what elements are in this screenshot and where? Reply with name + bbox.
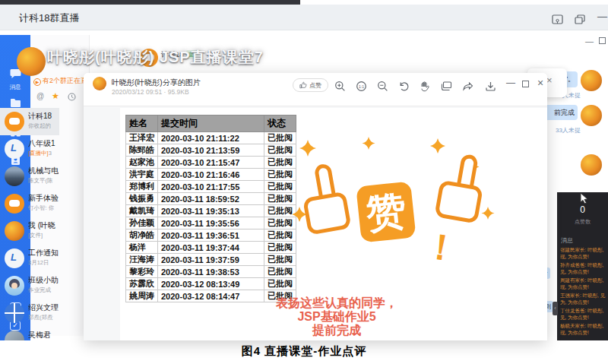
chat-subtitle: 钉小智: 你 <box>28 204 59 212</box>
chat-list-filters: @ ★ <box>30 90 90 106</box>
cell-time: 2020-03-11 19:37:44 <box>158 242 264 254</box>
viewer-close-icon[interactable]: × <box>537 77 543 89</box>
restore-window-icon[interactable] <box>575 14 586 24</box>
chat-subtitle: 作业完成 <box>28 286 59 294</box>
live-chat-message: 王强家长: 叶晓彤, 见为, 为你点赞! <box>560 293 606 305</box>
chat-minimize-icon[interactable]: — <box>585 36 594 46</box>
original-size-icon[interactable]: 1:1 <box>356 81 367 92</box>
praise-line: JSP基础作业5 <box>211 310 462 324</box>
table-row: 陈郅皓2020-03-10 21:13:59已批阅 <box>126 144 296 157</box>
chat-title: 绍兴文理 <box>28 302 59 313</box>
cell-name: 苏霹欣 <box>126 278 158 290</box>
live-message-list: 张建民家长: 叶晓彤, 现, 为你点赞!孙齐成爸爸: 叶晓彤, 见, 为你点赞!… <box>560 247 606 338</box>
live-window-title: 计科18群直播 <box>19 11 79 25</box>
chat-avatar <box>5 303 24 323</box>
pin-window-icon[interactable] <box>552 14 563 24</box>
cell-status: 已批阅 <box>264 278 296 290</box>
chat-avatar <box>5 112 24 131</box>
cell-time: 2020-03-10 21:13:59 <box>158 144 264 157</box>
cell-name: 赵家池 <box>126 157 158 169</box>
chat-title: 工作通知 <box>28 248 59 258</box>
cell-name: 黎彩玲 <box>126 266 158 278</box>
mouse-cursor <box>580 192 589 204</box>
table-row: 汪海涛2020-03-11 19:37:59已批阅 <box>126 254 296 266</box>
close-icon[interactable]: × <box>546 74 553 86</box>
chat-list-item[interactable]: 吴梅君 <box>0 327 59 340</box>
chat-list-item[interactable]: 我 (叶晓[文件] <box>0 217 59 245</box>
like-button[interactable]: 点赞 <box>293 78 328 92</box>
chat-title: 新手体验 <box>28 193 59 204</box>
download-icon[interactable] <box>485 81 496 92</box>
chat-avatar <box>5 221 24 241</box>
like-count-label: 点赞数 <box>557 218 608 226</box>
chat-title: 计科18 <box>28 111 59 122</box>
chat-subtitle: [文件] <box>28 232 59 239</box>
live-notice-bar[interactable]: ▶有2个群正在直 <box>33 76 87 86</box>
viewer-maximize-icon[interactable] <box>522 81 529 87</box>
thumbs-up-sticker: 赞 ！ <box>289 137 502 270</box>
cell-time: 2020-03-11 19:36:51 <box>158 229 264 242</box>
live-stats-panel: 0 点赞数 消息 张建民家长: 叶晓彤, 现, 为你点赞!孙齐成爸爸: 叶晓彤,… <box>557 192 608 340</box>
chat-avatar <box>5 331 24 340</box>
homework-table: 姓名 提交时间 状态 王泽宏2020-03-10 21:11:22已批阅陈郅皓2… <box>125 115 296 302</box>
rotate-icon[interactable] <box>398 81 410 92</box>
live-window-titlebar: 计科18群直播 — <box>0 5 608 30</box>
viewer-minimize-icon[interactable]: — <box>506 78 515 88</box>
col-status: 状态 <box>264 116 296 132</box>
sender-avatar[interactable] <box>93 77 106 90</box>
like-count: 0 <box>557 204 608 215</box>
shared-image[interactable]: 姓名 提交时间 状态 王泽宏2020-03-10 21:11:22已批阅陈郅皓2… <box>120 108 547 340</box>
cell-time: 2020-03-11 19:35:56 <box>158 217 264 229</box>
chat-list-item[interactable]: 班级小助作业完成 <box>0 272 59 299</box>
avatar[interactable] <box>581 70 602 91</box>
mention-filter-icon[interactable]: @ <box>36 92 44 100</box>
chat-title: 班级小助 <box>28 275 59 286</box>
chat-list-item[interactable]: 工作通知3月12日 <box>0 245 59 272</box>
cell-name: 钱振勇 <box>126 193 158 205</box>
cell-time: 2020-03-11 19:35:13 <box>158 205 264 217</box>
zoom-in-icon[interactable] <box>334 81 346 92</box>
table-row: 王泽宏2020-03-10 21:11:22已批阅 <box>126 132 296 144</box>
hand-tool-icon[interactable] <box>420 81 431 92</box>
gallery-icon[interactable] <box>441 81 452 92</box>
cell-time: 2020-03-10 21:15:47 <box>158 157 264 169</box>
chat-list-item[interactable]: 绍兴文理郑焘(郑焘 <box>0 299 59 327</box>
cell-time: 2020-03-11 19:38:53 <box>158 266 264 278</box>
star-filter-icon[interactable]: ★ <box>52 91 59 101</box>
chat-title: 八年级1 <box>28 138 59 149</box>
table-row: 赵家池2020-03-10 21:15:47已批阅 <box>126 157 296 169</box>
image-meta: 2020/03/12 09:51 · 95.9KB <box>112 88 189 96</box>
cell-name: 汪海涛 <box>126 254 158 266</box>
cell-name: 陈郅皓 <box>126 144 158 157</box>
chat-list-item[interactable]: 计科18你收起的 <box>0 108 59 135</box>
minimize-icon[interactable]: — <box>597 11 607 22</box>
praise-line: 提前完成 <box>211 324 462 337</box>
avatar[interactable] <box>581 105 602 126</box>
chat-avatar <box>5 194 24 214</box>
live-chat-message: 孙齐成爸爸: 叶晓彤, 见, 为你点赞! <box>560 262 606 275</box>
col-name: 姓名 <box>126 116 158 132</box>
table-row: 孙佳颖2020-03-11 19:35:56已批阅 <box>126 217 296 229</box>
share-icon[interactable] <box>462 81 473 92</box>
chat-avatar <box>5 166 24 186</box>
table-row: 钱振勇2020-03-11 18:59:52已批阅 <box>126 193 296 205</box>
avatar[interactable] <box>581 154 602 176</box>
zoom-out-icon[interactable] <box>377 81 388 92</box>
table-row: 黎彩玲2020-03-11 19:38:53已批阅 <box>126 266 296 278</box>
chat-title: 机械与电 <box>28 166 59 176</box>
unsubmitted-note[interactable]: 33人未提 <box>556 126 581 135</box>
chat-list-item[interactable]: 新手体验钉小智: 你 <box>0 190 59 217</box>
clock-filter-icon[interactable] <box>68 93 76 101</box>
cell-name: 郑博利 <box>126 181 158 193</box>
chat-list-item[interactable]: 八年级1[直播中]3 <box>0 135 59 163</box>
cell-name: 王泽宏 <box>126 132 158 144</box>
play-icon: ▶ <box>33 78 41 86</box>
figure-caption: 图4 直播课堂-作业点评 <box>0 340 608 364</box>
chat-list-item[interactable]: 机械与电陈文平(陈 <box>0 163 59 190</box>
collapse-handle[interactable]: ‹ <box>553 302 558 315</box>
user-avatar[interactable] <box>17 47 46 76</box>
cell-name: 戴凯琦 <box>126 205 158 217</box>
table-row: 戴凯琦2020-03-11 19:35:13已批阅 <box>126 205 296 217</box>
svg-text:赞: 赞 <box>363 188 408 236</box>
chat-maximize-icon[interactable] <box>599 37 606 44</box>
